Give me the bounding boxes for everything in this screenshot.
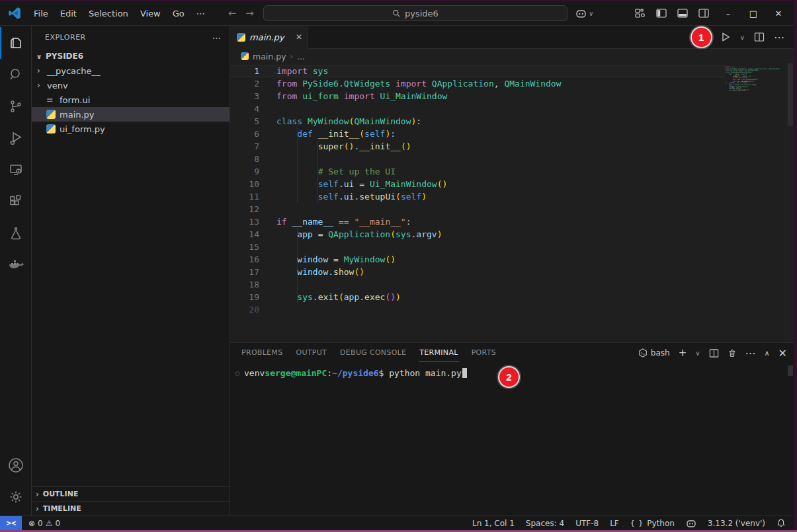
code-line-8[interactable]: 8 — [230, 153, 725, 165]
code-line-3[interactable]: 3from ui_form import Ui_MainWindow — [230, 90, 725, 102]
activity-extensions-icon[interactable] — [0, 186, 32, 217]
panel-tab-ports[interactable]: PORTS — [471, 344, 497, 361]
activity-remote-explorer-icon[interactable] — [0, 154, 32, 186]
maximize-panel-icon[interactable]: ∧ — [765, 349, 770, 358]
status-indentation[interactable]: Spaces: 4 — [526, 519, 564, 528]
accounts-icon[interactable] — [0, 449, 32, 481]
file-item-venv[interactable]: ›venv — [32, 78, 230, 93]
bottom-panel: PROBLEMSOUTPUTDEBUG CONSOLETERMINALPORTS… — [230, 342, 794, 515]
code-line-13[interactable]: 13if __name__ == "__main__": — [230, 215, 725, 228]
menu-selection[interactable]: Selection — [83, 6, 134, 21]
minimap-line: sys.exit(app.exec()) — [725, 90, 786, 92]
breadcrumb-file[interactable]: main.py — [253, 52, 286, 61]
status-notifications[interactable] — [776, 518, 786, 528]
kill-terminal-trash-icon[interactable] — [728, 348, 737, 358]
activity-run-debug-icon[interactable] — [0, 122, 32, 154]
panel-tab-output[interactable]: OUTPUT — [295, 344, 327, 361]
tab-main-py[interactable]: main.py ✕ — [230, 26, 308, 49]
menu-go[interactable]: Go — [167, 6, 190, 21]
code-line-14[interactable]: 14 app = QApplication(sys.argv) — [230, 228, 725, 241]
menu-edit[interactable]: Edit — [54, 6, 83, 21]
terminal-scrollbar-thumb[interactable] — [788, 365, 793, 376]
code-line-11[interactable]: 11 self.ui.setupUi(self) — [230, 190, 725, 203]
panel-more-actions-icon[interactable]: ⋯ — [745, 347, 756, 360]
code-editor[interactable]: 1import sys2from PySide6.QtWidgets impor… — [230, 63, 794, 342]
editor-scrollbar[interactable] — [786, 63, 794, 342]
line-number: 5 — [230, 115, 259, 128]
run-dropdown-chevron-icon[interactable]: ∨ — [740, 34, 745, 41]
terminal-shell-selector[interactable]: bash — [638, 348, 670, 358]
problems-status[interactable]: ⊗ 0 ⚠ 0 — [28, 519, 60, 528]
customize-layout-icon[interactable] — [635, 8, 646, 19]
file-item-ui-form-py[interactable]: ui_form.py — [32, 122, 230, 136]
status-encoding[interactable]: UTF-8 — [575, 519, 599, 528]
copilot-menu[interactable]: ∨ — [575, 8, 593, 19]
terminal-content[interactable]: ○ venvserge@mainPC:~/pyside6$ python mai… — [230, 363, 794, 515]
breadcrumb-symbol[interactable]: ... — [297, 52, 305, 61]
explorer-more-actions-icon[interactable]: ⋯ — [212, 32, 222, 43]
code-line-15[interactable]: 15 — [230, 241, 725, 253]
status-eol[interactable]: LF — [610, 519, 619, 528]
code-line-20[interactable]: 20 — [230, 303, 725, 316]
terminal-dropdown-chevron-icon[interactable]: ∨ — [695, 350, 700, 357]
remote-indicator[interactable]: >< — [0, 516, 22, 531]
code-line-7[interactable]: 7 super().__init__() — [230, 140, 725, 153]
code-line-9[interactable]: 9 # Set up the UI — [230, 165, 725, 178]
close-panel-icon[interactable]: ✕ — [778, 347, 787, 360]
code-line-10[interactable]: 10 self.ui = Ui_MainWindow() — [230, 178, 725, 190]
editor-more-actions-icon[interactable]: ⋯ — [774, 31, 784, 44]
breadcrumb[interactable]: main.py › ... — [230, 49, 794, 63]
code-line-1[interactable]: 1import sys — [230, 65, 725, 77]
code-line-19[interactable]: 19 sys.exit(app.exec()) — [230, 291, 725, 303]
split-terminal-icon[interactable] — [709, 348, 719, 358]
code-line-2[interactable]: 2from PySide6.QtWidgets import QApplicat… — [230, 77, 725, 90]
code-line-12[interactable]: 12 — [230, 203, 725, 215]
activity-testing-icon[interactable] — [0, 217, 32, 249]
file-item-form-ui[interactable]: ≡form.ui — [32, 93, 230, 107]
code-line-6[interactable]: 6 def __init__(self): — [230, 128, 725, 140]
outline-section[interactable]: › OUTLINE — [32, 486, 230, 501]
file-item-pycache[interactable]: ›__pycache__ — [32, 63, 230, 78]
scrollbar-thumb[interactable] — [788, 63, 793, 126]
minimap[interactable]: import sysfrom PySide6.QtWidgets import … — [725, 63, 786, 342]
project-root-pyside6[interactable]: ∨ PYSIDE6 — [32, 49, 230, 63]
minimize-button[interactable]: – — [718, 4, 738, 22]
panel-tab-problems[interactable]: PROBLEMS — [241, 344, 283, 361]
tab-close-icon[interactable]: ✕ — [296, 32, 302, 42]
new-terminal-icon[interactable]: + — [679, 347, 687, 359]
settings-gear-icon[interactable] — [0, 481, 32, 513]
back-arrow-icon[interactable]: ← — [228, 7, 237, 19]
toggle-secondary-sidebar-icon[interactable] — [698, 8, 709, 19]
activity-search-icon[interactable] — [0, 59, 32, 91]
status-language-mode[interactable]: { }Python — [630, 519, 675, 528]
toggle-panel-icon[interactable] — [677, 8, 688, 19]
code-line-5[interactable]: 5class MyWindow(QMainWindow): — [230, 115, 725, 128]
run-python-file-icon[interactable] — [720, 32, 731, 42]
forward-arrow-icon[interactable]: → — [245, 7, 254, 19]
command-decoration-icon[interactable]: ○ — [235, 369, 239, 377]
menu-bar: FileEditSelectionViewGo — [28, 6, 190, 21]
timeline-section[interactable]: › TIMELINE — [32, 501, 230, 515]
file-item-main-py[interactable]: main.py — [32, 107, 230, 122]
prompt-segment: : — [327, 368, 332, 378]
menu-overflow-icon[interactable]: ⋯ — [190, 6, 211, 21]
toggle-primary-sidebar-icon[interactable] — [656, 8, 667, 19]
activity-explorer-icon[interactable] — [0, 27, 32, 59]
menu-view[interactable]: View — [134, 6, 167, 21]
status-cursor-position[interactable]: Ln 1, Col 1 — [472, 519, 515, 528]
maximize-button[interactable]: □ — [743, 4, 763, 22]
split-editor-icon[interactable] — [754, 32, 765, 42]
code-line-18[interactable]: 18 — [230, 278, 725, 291]
status-copilot-status[interactable] — [686, 518, 696, 529]
activity-source-control-icon[interactable] — [0, 91, 32, 122]
code-line-17[interactable]: 17 window.show() — [230, 266, 725, 278]
command-center-search[interactable]: pyside6 — [263, 5, 567, 21]
status-python-interpreter[interactable]: 3.13.2 ('venv') — [708, 519, 765, 528]
code-line-16[interactable]: 16 window = MyWindow() — [230, 253, 725, 266]
code-line-4[interactable]: 4 — [230, 102, 725, 115]
panel-tab-terminal[interactable]: TERMINAL — [419, 344, 458, 361]
activity-docker-icon[interactable] — [0, 249, 32, 281]
panel-tab-debug-console[interactable]: DEBUG CONSOLE — [339, 344, 407, 361]
close-button[interactable]: ✕ — [769, 4, 788, 22]
menu-file[interactable]: File — [28, 6, 54, 21]
